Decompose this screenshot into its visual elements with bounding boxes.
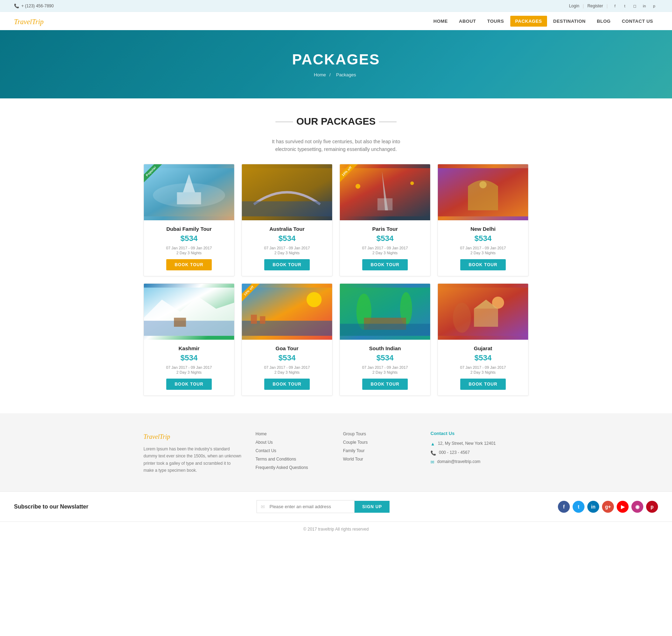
package-image-south-indian (340, 284, 430, 340)
footer-link-faq[interactable]: Frequently Asked Questions (255, 465, 308, 470)
package-name-australia: Australia Tour (247, 226, 327, 232)
footer-tour-item: Couple Tours (343, 439, 416, 445)
nav-contact[interactable]: CONTACT US (617, 16, 658, 27)
package-image-delhi (438, 164, 528, 220)
package-dates-kashmir: 07 Jan 2017 - 09 Jan 2017 (149, 365, 229, 369)
package-dates-delhi: 07 Jan 2017 - 09 Jan 2017 (443, 246, 523, 250)
package-dates-gujarat: 07 Jan 2017 - 09 Jan 2017 (443, 365, 523, 369)
package-card-paris: 10% off Paris Tour $534 07 Jan 2017 - 09… (340, 164, 430, 276)
section-heading: OUR PACKAGES (296, 116, 376, 127)
book-tour-australia[interactable]: BOOK TOUR (264, 259, 310, 270)
twitter-top-icon[interactable]: t (621, 2, 629, 10)
contact-address-text: 12, My Street, New York 12401 (438, 441, 496, 446)
footer-link-home[interactable]: Home (255, 431, 267, 436)
book-tour-delhi[interactable]: BOOK TOUR (460, 259, 506, 270)
book-tour-south-indian[interactable]: BOOK TOUR (362, 379, 408, 390)
linkedin-top-icon[interactable]: in (640, 2, 648, 10)
svg-rect-20 (251, 314, 257, 324)
package-name-paris: Paris Tour (345, 226, 425, 232)
nav-about[interactable]: ABOUT (454, 16, 481, 27)
package-price-paris: $534 (345, 234, 425, 243)
youtube-footer-icon[interactable]: ▶ (617, 501, 629, 513)
nav-blog[interactable]: BLOG (592, 16, 616, 27)
instagram-footer-icon[interactable]: ◉ (631, 501, 643, 513)
footer-link-couple-tours[interactable]: Couple Tours (343, 440, 368, 445)
hero-section: PACKAGES Home / Packages (0, 30, 672, 98)
package-price-goa: $534 (247, 353, 327, 362)
subtitle-line2: electronic typesetting, remaining essent… (275, 146, 397, 152)
newsletter-input[interactable] (257, 500, 355, 513)
package-image-gujarat (438, 284, 528, 340)
top-bar: 📞 + (123) 456-7890 Login | Register | f … (0, 0, 672, 12)
package-card-gujarat: Gujarat $534 07 Jan 2017 - 09 Jan 2017 2… (438, 283, 528, 396)
twitter-footer-icon[interactable]: t (573, 501, 584, 513)
footer-link-item: Contact Us (255, 448, 329, 453)
breadcrumb-home[interactable]: Home (314, 72, 326, 77)
svg-rect-29 (474, 309, 498, 327)
breadcrumb-separator: / (329, 72, 332, 77)
contact-email-text: domain@traveltrip.com (437, 459, 481, 464)
package-image-goa: 10% off (242, 284, 332, 340)
pinterest-top-icon[interactable]: p (650, 2, 658, 10)
svg-point-12 (479, 181, 487, 188)
newsletter-form: ✉ SIGN UP (257, 500, 390, 513)
facebook-top-icon[interactable]: f (611, 2, 619, 10)
newsletter-label: Subscribe to our Newslatter (14, 504, 89, 510)
nav-home[interactable]: HOME (428, 16, 453, 27)
footer-tour-item: Group Tours (343, 431, 416, 436)
svg-point-19 (307, 292, 322, 307)
breadcrumb: Home / Packages (14, 72, 658, 77)
packages-section: OUR PACKAGES It has survived not only fi… (0, 98, 672, 413)
svg-rect-21 (260, 316, 265, 324)
package-dates-australia: 07 Jan 2017 - 09 Jan 2017 (247, 246, 327, 250)
location-icon: ▲ (430, 441, 435, 447)
svg-rect-26 (340, 324, 430, 336)
section-subtitle: It has survived not only five centuries,… (14, 138, 658, 153)
book-tour-gujarat[interactable]: BOOK TOUR (460, 379, 506, 390)
footer-link-item: Home (255, 431, 329, 436)
footer-link-group-tours[interactable]: Group Tours (343, 431, 366, 436)
nav-tours[interactable]: TOURS (482, 16, 509, 27)
package-body-gujarat: Gujarat $534 07 Jan 2017 - 09 Jan 2017 2… (438, 340, 528, 395)
register-link[interactable]: Register (587, 4, 603, 8)
footer-link-terms[interactable]: Terms and Conditions (255, 457, 296, 462)
nav-packages[interactable]: PACKAGES (510, 16, 547, 27)
package-image-dubai: Popular (144, 164, 234, 220)
package-body-dubai: Dubai Family Tour $534 07 Jan 2017 - 09 … (144, 220, 234, 276)
package-card-kashmir: Kashmir $534 07 Jan 2017 - 09 Jan 2017 2… (144, 283, 234, 396)
footer-tour-item: Family Tour (343, 448, 416, 453)
pinterest-footer-icon[interactable]: p (646, 501, 658, 513)
package-dates-paris: 07 Jan 2017 - 09 Jan 2017 (345, 246, 425, 250)
package-duration-delhi: 2 Day 3 Nights (443, 251, 523, 255)
package-body-goa: Goa Tour $534 07 Jan 2017 - 09 Jan 2017 … (242, 340, 332, 395)
facebook-footer-icon[interactable]: f (558, 501, 570, 513)
footer: TravelTrip Lorem Ipsum has been the indu… (0, 413, 672, 492)
package-dates-south-indian: 07 Jan 2017 - 09 Jan 2017 (345, 365, 425, 369)
googleplus-footer-icon[interactable]: g+ (602, 501, 614, 513)
svg-rect-5 (242, 201, 332, 216)
ribbon-wrap-paris: 10% off (340, 164, 361, 185)
footer-link-family-tour[interactable]: Family Tour (343, 448, 365, 453)
login-link[interactable]: Login (569, 4, 579, 8)
newsletter-signup-button[interactable]: SIGN UP (355, 501, 390, 513)
book-tour-paris[interactable]: BOOK TOUR (362, 259, 408, 270)
ribbon-wrap-goa: 10% off (242, 284, 263, 305)
nav-destination[interactable]: DESTINATION (548, 16, 591, 27)
footer-link-item: About Us (255, 439, 329, 445)
package-card-australia: Australia Tour $534 07 Jan 2017 - 09 Jan… (241, 164, 332, 276)
book-tour-dubai[interactable]: BOOK TOUR (166, 259, 212, 270)
footer-link-contact[interactable]: Contact Us (255, 448, 276, 453)
book-tour-goa[interactable]: BOOK TOUR (264, 379, 310, 390)
linkedin-footer-icon[interactable]: in (587, 501, 599, 513)
instagram-top-icon[interactable]: ◻ (631, 2, 638, 10)
package-image-australia (242, 164, 332, 220)
divider: | (583, 4, 584, 8)
footer-logo-travel: Travel (144, 433, 160, 440)
logo-travel: Travel (14, 18, 32, 26)
logo[interactable]: TravelTrip (14, 15, 43, 27)
footer-link-about[interactable]: About Us (255, 440, 273, 445)
book-tour-kashmir[interactable]: BOOK TOUR (166, 379, 212, 390)
footer-link-world-tour[interactable]: World Tour (343, 457, 363, 462)
package-body-paris: Paris Tour $534 07 Jan 2017 - 09 Jan 201… (340, 220, 430, 276)
contact-email: ✉ domain@traveltrip.com (430, 459, 528, 465)
